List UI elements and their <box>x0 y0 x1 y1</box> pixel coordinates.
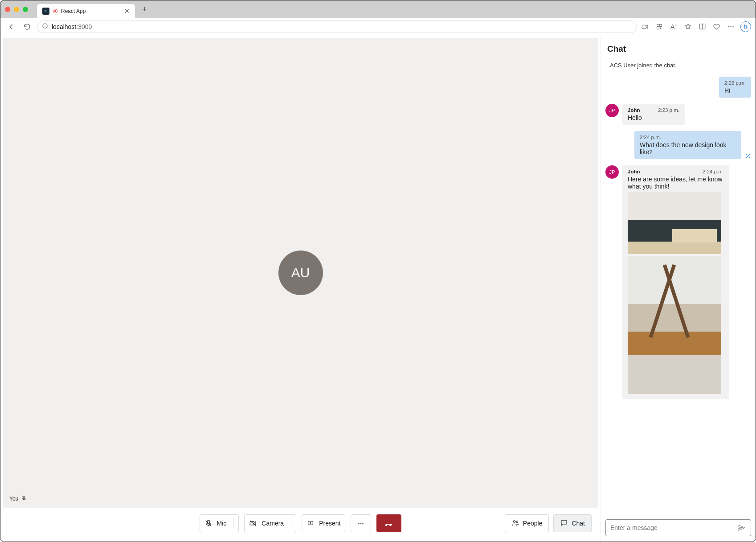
svg-point-19 <box>359 523 360 524</box>
chat-title: Chat <box>605 42 751 60</box>
send-message-button[interactable] <box>737 523 746 532</box>
present-label: Present <box>319 520 340 527</box>
chat-message: 2:23 p.m. Hi <box>605 77 751 98</box>
chat-message: JP John 2:24 p.m. Here are some ideas, l… <box>605 165 751 399</box>
favorites-icon[interactable] <box>683 22 692 31</box>
hang-up-button[interactable] <box>376 514 401 532</box>
video-stage: AU You <box>3 38 598 508</box>
sender-name: John <box>628 169 640 174</box>
close-tab-button[interactable]: ✕ <box>124 8 130 15</box>
close-window-button[interactable] <box>5 7 10 12</box>
mic-label: Mic <box>217 520 227 527</box>
site-info-icon[interactable] <box>42 23 48 30</box>
chat-message: 2:24 p.m. What does the new design look … <box>605 131 751 159</box>
message-seen-icon <box>745 153 751 159</box>
message-bubble-other[interactable]: John 2:24 p.m. Here are some ideas, let … <box>622 165 729 399</box>
remote-participant-avatar: AU <box>278 250 323 295</box>
divider <box>291 518 291 528</box>
attachment-image[interactable] <box>628 192 721 254</box>
window-controls <box>5 7 28 12</box>
sender-initials: JP <box>609 169 615 175</box>
app-root: AU You Mic Camera <box>0 35 756 542</box>
message-text: What does the new design look like? <box>640 141 736 156</box>
mic-toggle-button[interactable]: Mic <box>200 514 239 532</box>
people-label: People <box>523 520 543 527</box>
side-panel-controls: People Chat <box>505 514 592 532</box>
self-video-label: You <box>9 495 27 502</box>
video-column: AU You Mic Camera <box>0 35 601 542</box>
chat-system-message: ACS User joined the chat. <box>605 60 751 70</box>
message-time: 2:23 p.m. <box>724 80 746 86</box>
maximize-window-button[interactable] <box>23 7 28 12</box>
chat-message: JP John 2:23 p.m. Hello <box>605 104 751 125</box>
minimize-window-button[interactable] <box>14 7 19 12</box>
message-text: Here are some ideas, let me know what yo… <box>628 176 724 190</box>
people-icon <box>511 519 519 528</box>
message-text: Hello <box>628 114 679 121</box>
sender-initials: JP <box>609 108 615 113</box>
remote-participant-initials: AU <box>291 265 310 280</box>
present-button[interactable]: Present <box>302 514 345 532</box>
sender-name: John <box>628 107 640 113</box>
chat-icon <box>560 519 568 528</box>
svg-rect-6 <box>657 27 659 29</box>
mic-off-icon <box>204 519 212 527</box>
message-bubble-self[interactable]: 2:24 p.m. What does the new design look … <box>634 131 741 159</box>
url-port: :3000 <box>76 23 92 30</box>
message-time: 2:23 p.m. <box>658 107 679 113</box>
svg-rect-4 <box>657 24 659 26</box>
self-label-text: You <box>9 496 18 502</box>
message-time: 2:24 p.m. <box>703 169 724 174</box>
divider <box>233 518 234 528</box>
mic-muted-icon <box>21 495 27 502</box>
chat-message-input[interactable] <box>610 524 734 531</box>
svg-point-11 <box>732 26 733 27</box>
chat-label: Chat <box>572 520 585 527</box>
chat-message-list[interactable]: ACS User joined the chat. 2:23 p.m. Hi J… <box>605 60 751 515</box>
url-host: localhost <box>52 23 76 30</box>
message-bubble-self[interactable]: 2:23 p.m. Hi <box>719 77 751 98</box>
svg-point-21 <box>363 523 364 524</box>
camera-toggle-button[interactable]: Camera <box>244 514 296 532</box>
svg-point-20 <box>360 523 362 524</box>
camera-label: Camera <box>262 520 284 527</box>
react-favicon-icon: ⚛ <box>42 8 49 15</box>
bing-chat-icon[interactable]: b <box>740 21 751 32</box>
video-capture-icon[interactable] <box>641 22 650 31</box>
svg-point-10 <box>730 26 731 27</box>
svg-point-9 <box>728 26 729 27</box>
call-controls: Mic Camera Present <box>3 508 598 539</box>
refresh-button[interactable] <box>21 21 33 33</box>
people-panel-button[interactable]: People <box>505 514 549 532</box>
collections-icon[interactable] <box>712 22 721 31</box>
sender-avatar: JP <box>605 104 619 117</box>
recording-indicator-icon <box>53 9 57 13</box>
share-screen-icon <box>306 519 315 527</box>
split-screen-icon[interactable] <box>698 22 707 31</box>
browser-toolbar: localhost:3000 A» b <box>0 18 756 35</box>
svg-rect-5 <box>660 24 662 26</box>
tab-title: React App <box>61 8 86 14</box>
svg-rect-3 <box>642 25 646 29</box>
chat-input-container <box>605 519 751 536</box>
more-menu-icon[interactable] <box>726 22 735 31</box>
message-bubble-other[interactable]: John 2:23 p.m. Hello <box>622 104 685 125</box>
chat-panel-button[interactable]: Chat <box>553 514 592 532</box>
text-size-icon[interactable]: A» <box>669 22 678 31</box>
extensions-icon[interactable] <box>655 22 664 31</box>
back-button[interactable] <box>5 21 17 33</box>
svg-point-23 <box>516 521 518 522</box>
more-actions-button[interactable] <box>351 514 371 532</box>
message-text: Hi <box>724 87 746 94</box>
browser-right-icons: A» b <box>641 21 751 32</box>
new-tab-button[interactable]: + <box>139 5 151 14</box>
message-time: 2:24 p.m. <box>640 135 736 140</box>
camera-off-icon <box>249 519 257 527</box>
svg-point-22 <box>513 520 515 522</box>
window-titlebar: ⚛ React App ✕ + <box>0 0 756 18</box>
chat-panel: Chat ACS User joined the chat. 2:23 p.m.… <box>601 35 756 542</box>
address-bar[interactable]: localhost:3000 <box>37 21 637 33</box>
attachment-image[interactable] <box>628 256 721 394</box>
sender-avatar: JP <box>605 165 619 179</box>
browser-tab[interactable]: ⚛ React App ✕ <box>37 4 135 18</box>
